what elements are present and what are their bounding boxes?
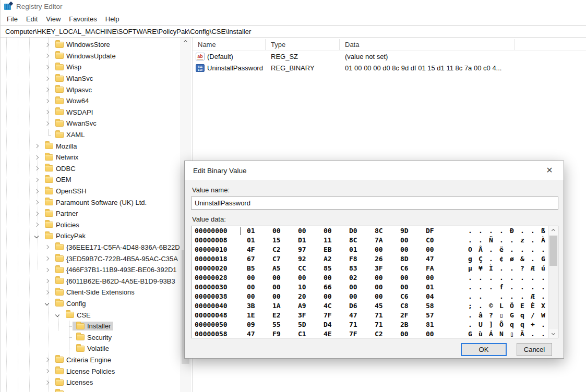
hex-byte[interactable]: 7F — [349, 329, 361, 338]
chevron-right-icon[interactable] — [32, 140, 41, 152]
hex-row[interactable]: 00000020B5A5CC85833FC6FAµ¥Ì..?Æú — [192, 264, 558, 273]
tree-item-3ed59b7c-722b-4b5a-95ac-c35a[interactable]: {3ED59B7C-722B-4B5A-95AC-C35A — [1, 253, 192, 264]
tree-item-body[interactable]: Config — [52, 299, 88, 308]
chevron-right-icon[interactable] — [42, 253, 52, 264]
tree-item-licenses[interactable]: Licenses — [1, 377, 192, 388]
hex-byte[interactable]: 00 — [298, 273, 309, 283]
hex-row[interactable]: 000000403B1AA94CD645C858;.©LÖEÈX — [192, 301, 558, 311]
hex-byte[interactable]: 2B — [400, 320, 412, 329]
tree-item-oem[interactable]: OEM — [1, 174, 192, 186]
value-data-hex-editor[interactable]: 0000000001000000D08C9DDF....Ð..ß00000008… — [191, 226, 558, 338]
tree-item-policies[interactable]: Policies — [1, 219, 192, 231]
tree-item-policypak[interactable]: PolicyPak — [1, 230, 192, 242]
scroll-down-icon[interactable] — [549, 329, 558, 338]
tree-item-body[interactable]: WwanSvc — [52, 119, 99, 128]
hex-byte[interactable]: C2 — [272, 245, 284, 254]
hex-byte[interactable]: 00 — [272, 273, 284, 283]
hex-byte[interactable]: 1E — [247, 311, 258, 320]
hex-byte[interactable]: 3F — [375, 264, 386, 273]
hex-byte[interactable]: 85 — [324, 264, 335, 273]
hex-byte[interactable]: 00 — [349, 283, 361, 292]
tree-item-wow64[interactable]: Wow64 — [1, 95, 192, 107]
tree-item-body[interactable]: ODBC — [41, 164, 78, 173]
hex-byte[interactable]: 00 — [426, 329, 437, 338]
tree-item-6011b62e-b62d-4a5e-b1d9-93b3[interactable]: {6011B62E-B62D-4A5E-B1D9-93B3 — [1, 275, 192, 287]
hex-byte[interactable]: 4C — [324, 301, 335, 311]
hex-byte[interactable]: 81 — [426, 320, 437, 329]
hex-byte[interactable]: 09 — [247, 320, 258, 329]
scroll-up-icon[interactable] — [549, 226, 558, 235]
hex-byte[interactable]: 8C — [349, 236, 361, 245]
chevron-down-icon[interactable] — [42, 298, 52, 310]
hex-byte[interactable]: 92 — [298, 254, 309, 264]
menu-item-file[interactable]: File — [3, 14, 22, 24]
hex-byte[interactable]: D0 — [349, 226, 361, 236]
chevron-right-icon[interactable] — [42, 62, 52, 73]
chevron-right-icon[interactable] — [32, 152, 41, 163]
tree-item-body[interactable]: WlanSvc — [52, 74, 95, 83]
chevron-right-icon[interactable] — [32, 174, 41, 186]
hex-row[interactable]: 000000080115D1118C7A00C0..Ñ..z.À — [192, 236, 558, 245]
tree-item-installer[interactable]: Installer — [1, 321, 192, 332]
hex-byte[interactable]: 00 — [400, 273, 412, 283]
tree-item-body[interactable]: WindowsStore — [52, 40, 112, 49]
hex-byte[interactable]: 00 — [375, 273, 386, 283]
hex-byte[interactable]: 00 — [400, 245, 412, 254]
hex-byte[interactable]: F9 — [272, 329, 284, 338]
hex-byte[interactable]: D4 — [324, 320, 335, 329]
tree-item-body[interactable]: Licenses — [52, 378, 95, 387]
chevron-down-icon[interactable] — [53, 309, 62, 321]
hex-byte[interactable]: 01 — [349, 245, 361, 254]
tree-item-wsdapi[interactable]: WSDAPI — [1, 107, 192, 118]
hex-byte[interactable]: D6 — [349, 301, 361, 311]
hex-byte[interactable]: 01 — [247, 236, 258, 245]
hex-byte[interactable]: 71 — [375, 311, 386, 320]
hex-byte[interactable]: 7F — [324, 311, 335, 320]
tree-item-body[interactable]: Paramount Software (UK) Ltd. — [41, 198, 149, 207]
hex-byte[interactable]: 00 — [324, 226, 335, 236]
close-icon[interactable]: ✕ — [543, 164, 556, 177]
tree-item-body[interactable]: Partner — [41, 209, 80, 218]
hex-byte[interactable]: A5 — [272, 264, 284, 273]
tree-item-netwrix[interactable]: Netwrix — [1, 152, 192, 163]
hex-byte[interactable]: 55 — [272, 320, 284, 329]
chevron-right-icon[interactable] — [42, 73, 52, 84]
hex-byte[interactable]: 00 — [400, 236, 412, 245]
column-header-type[interactable]: Type — [266, 39, 340, 50]
hex-byte[interactable]: 2F — [400, 311, 412, 320]
hex-byte[interactable]: A2 — [324, 254, 335, 264]
chevron-right-icon[interactable] — [42, 287, 52, 298]
hex-byte[interactable]: 26 — [375, 254, 386, 264]
hex-byte[interactable]: 9D — [400, 226, 412, 236]
tree-item-body[interactable]: Mozilla — [41, 142, 79, 151]
hex-byte[interactable]: C6 — [400, 264, 412, 273]
hex-byte[interactable]: C7 — [272, 254, 284, 264]
hex-byte[interactable]: C8 — [400, 301, 412, 311]
tree-item-body[interactable]: License Policies — [52, 367, 117, 376]
column-header-name[interactable]: Name — [193, 39, 266, 50]
hex-row[interactable]: 000000280000000002000000........ — [192, 273, 558, 283]
chevron-right-icon[interactable] — [42, 264, 52, 276]
chevron-right-icon[interactable] — [32, 186, 41, 197]
tree-item-odbc[interactable]: ODBC — [1, 163, 192, 175]
hex-byte[interactable]: 00 — [375, 283, 386, 292]
hex-byte[interactable]: 47 — [426, 254, 437, 264]
hex-row[interactable]: 0000005009555DD471712B81.U]Ôqq+. — [192, 320, 558, 329]
tree-item-body[interactable]: OpenSSH — [41, 187, 89, 195]
hex-byte[interactable]: FA — [426, 264, 437, 273]
hex-byte[interactable]: 47 — [247, 329, 258, 338]
chevron-right-icon[interactable] — [42, 107, 52, 118]
tree-item-xaml[interactable]: XAML — [1, 129, 192, 141]
hex-byte[interactable]: 01 — [426, 283, 437, 292]
menu-item-help[interactable]: Help — [101, 14, 124, 24]
hex-scrollbar[interactable] — [548, 226, 558, 338]
tree-item-body[interactable]: {3ED59B7C-722B-4B5A-95AC-C35A — [52, 254, 180, 263]
hex-row[interactable]: 00000038000020000000C604.. ...Æ. — [192, 292, 558, 301]
tree-item-partner[interactable]: Partner — [1, 208, 192, 219]
hex-row[interactable]: 0000001867C792A2F8268D47gÇ.¢ø&.G — [192, 254, 558, 264]
tree-item-body[interactable]: {466F37B1-11B9-493E-BE06-392D1 — [52, 265, 179, 274]
tree-item-body[interactable]: XAML — [52, 130, 87, 139]
hex-byte[interactable]: 00 — [375, 245, 386, 254]
chevron-right-icon[interactable] — [42, 354, 52, 366]
hex-byte[interactable]: 00 — [426, 273, 437, 283]
